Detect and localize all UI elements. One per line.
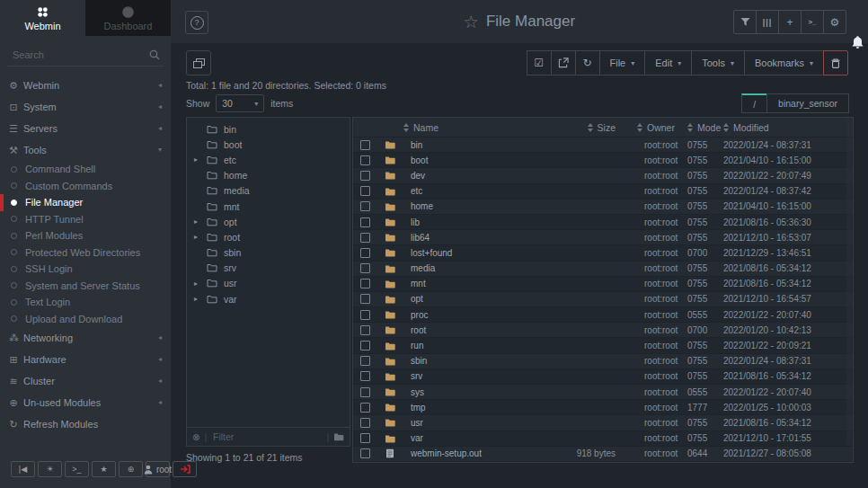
sidebar-category-cluster[interactable]: ≋ Cluster ◂ bbox=[0, 370, 171, 392]
sidebar-item-text-login[interactable]: Text Login bbox=[0, 294, 171, 311]
theme-toggle-button[interactable]: ☀ bbox=[38, 461, 62, 477]
row-checkbox[interactable] bbox=[353, 263, 376, 273]
cell-name[interactable]: sys bbox=[403, 387, 551, 397]
cell-name[interactable]: etc bbox=[403, 186, 551, 196]
sidebar-item-http-tunnel[interactable]: HTTP Tunnel bbox=[0, 211, 171, 228]
table-row-opt[interactable]: opt root:root 0755 2021/12/10 - 16:54:57 bbox=[353, 292, 853, 307]
table-row-sbin[interactable]: sbin root:root 0755 2022/01/24 - 08:37:3… bbox=[353, 354, 853, 369]
row-checkbox[interactable] bbox=[353, 448, 376, 458]
new-tab-button[interactable]: + bbox=[778, 10, 802, 34]
table-row-proc[interactable]: proc root:root 0555 2022/01/22 - 20:07:4… bbox=[353, 307, 853, 323]
row-checkbox[interactable] bbox=[353, 403, 376, 413]
column-header-modified[interactable]: Modified bbox=[718, 122, 853, 133]
cell-name[interactable]: tmp bbox=[403, 403, 551, 413]
terminal-button[interactable]: >_ bbox=[801, 10, 824, 34]
table-row-root[interactable]: root root:root 0700 2022/01/20 - 10:42:1… bbox=[353, 323, 853, 338]
tab-dashboard[interactable]: Dashboard bbox=[85, 0, 171, 36]
sidebar-item-file-manager[interactable]: File Manager bbox=[0, 194, 171, 211]
breadcrumb-binary_sensor[interactable]: binary_sensor bbox=[766, 93, 849, 113]
favorites-button[interactable]: ★ bbox=[92, 461, 116, 477]
expand-caret-icon[interactable]: ▸ bbox=[187, 295, 207, 303]
table-row-usr[interactable]: usr root:root 0755 2021/08/16 - 05:34:12 bbox=[353, 415, 853, 430]
cell-name[interactable]: bin bbox=[403, 140, 551, 150]
table-scrollbar[interactable] bbox=[846, 118, 852, 445]
row-checkbox[interactable] bbox=[353, 171, 376, 181]
expand-caret-icon[interactable]: ▸ bbox=[187, 155, 207, 164]
sidebar-category-servers[interactable]: ☰ Servers ◂ bbox=[0, 118, 171, 139]
paste-buffer-button[interactable] bbox=[186, 50, 211, 75]
cell-name[interactable]: dev bbox=[403, 171, 551, 181]
sidebar-category-tools[interactable]: ⚒ Tools ▾ bbox=[0, 139, 171, 161]
sidebar-category-hardware[interactable]: ⊞ Hardware ◂ bbox=[0, 349, 171, 370]
shell-button[interactable]: >_ bbox=[65, 461, 89, 477]
sidebar-item-protected-web-directories[interactable]: Protected Web Directories bbox=[0, 244, 171, 262]
table-row-mnt[interactable]: mnt root:root 0755 2021/08/16 - 05:34:12 bbox=[353, 277, 853, 292]
tree-item-bin[interactable]: bin bbox=[187, 121, 350, 137]
tools-menu-button[interactable]: Tools ▾ bbox=[691, 50, 745, 75]
cell-name[interactable]: srv bbox=[403, 371, 551, 381]
breadcrumb-root[interactable]: / bbox=[741, 93, 767, 113]
sidebar-category-system[interactable]: ⊡ System ◂ bbox=[0, 96, 171, 118]
tree-item-mnt[interactable]: mnt bbox=[187, 199, 350, 214]
row-checkbox[interactable] bbox=[353, 140, 376, 150]
cell-name[interactable]: media bbox=[403, 263, 551, 273]
user-button[interactable]: root bbox=[146, 461, 170, 477]
row-checkbox[interactable] bbox=[353, 387, 376, 397]
bookmarks-menu-button[interactable]: Bookmarks ▾ bbox=[744, 50, 824, 75]
sidebar-category-webmin[interactable]: ⚙ Webmin ◂ bbox=[0, 75, 171, 96]
table-row-etc[interactable]: etc root:root 0755 2022/01/24 - 08:37:42 bbox=[353, 184, 853, 200]
sidebar-item-perl-modules[interactable]: Perl Modules bbox=[0, 227, 171, 244]
sidebar-category-networking[interactable]: ⁂ Networking ◂ bbox=[0, 327, 171, 349]
table-row-home[interactable]: home root:root 0755 2021/04/10 - 16:15:0… bbox=[353, 200, 853, 215]
share-button[interactable] bbox=[551, 50, 576, 75]
expand-caret-icon[interactable]: ▸ bbox=[187, 233, 207, 241]
tree-item-media[interactable]: media bbox=[187, 183, 350, 199]
tree-item-boot[interactable]: boot bbox=[187, 137, 350, 152]
cell-name[interactable]: webmin-setup.out bbox=[403, 448, 551, 458]
cell-name[interactable]: boot bbox=[403, 155, 551, 165]
expand-caret-icon[interactable]: ▸ bbox=[187, 217, 207, 226]
row-checkbox[interactable] bbox=[353, 186, 376, 196]
select-all-button[interactable]: ☑ bbox=[527, 50, 552, 75]
table-row-lib64[interactable]: lib64 root:root 0755 2021/12/10 - 16:53:… bbox=[353, 230, 853, 245]
tree-item-opt[interactable]: ▸ opt bbox=[187, 214, 350, 229]
column-header-mode[interactable]: Mode bbox=[677, 122, 718, 133]
column-header-owner[interactable]: Owner bbox=[623, 122, 677, 133]
row-checkbox[interactable] bbox=[353, 294, 376, 304]
locale-button[interactable]: ⊛ bbox=[119, 461, 143, 477]
cell-name[interactable]: lib bbox=[403, 217, 551, 227]
cell-name[interactable]: root bbox=[403, 325, 551, 335]
table-row-sys[interactable]: sys root:root 0555 2022/01/22 - 20:07:40 bbox=[353, 385, 853, 400]
tree-item-sbin[interactable]: sbin bbox=[187, 245, 350, 261]
cell-name[interactable]: usr bbox=[403, 418, 551, 428]
cell-name[interactable]: mnt bbox=[403, 279, 551, 288]
favorite-star-icon[interactable]: ☆ bbox=[464, 12, 479, 32]
row-checkbox[interactable] bbox=[353, 341, 376, 350]
search-input[interactable] bbox=[11, 49, 144, 61]
cell-name[interactable]: var bbox=[403, 433, 551, 443]
items-per-page-select[interactable]: 30 ▾ bbox=[216, 94, 264, 112]
row-checkbox[interactable] bbox=[353, 418, 376, 428]
tree-item-var[interactable]: ▸ var bbox=[187, 291, 350, 306]
folder-toggle-icon[interactable] bbox=[333, 432, 344, 441]
refresh-button[interactable]: ↻ bbox=[575, 50, 600, 75]
row-checkbox[interactable] bbox=[353, 371, 376, 381]
edit-menu-button[interactable]: Edit ▾ bbox=[644, 50, 692, 75]
row-checkbox[interactable] bbox=[353, 310, 376, 320]
row-checkbox[interactable] bbox=[353, 325, 376, 335]
tree-item-etc[interactable]: ▸ etc bbox=[187, 152, 350, 167]
column-header-name[interactable]: Name bbox=[403, 122, 551, 133]
column-header-size[interactable]: Size bbox=[551, 122, 623, 133]
table-row-bin[interactable]: bin root:root 0755 2022/01/24 - 08:37:31 bbox=[353, 138, 853, 153]
table-row-dev[interactable]: dev root:root 0755 2022/01/22 - 20:07:49 bbox=[353, 168, 853, 183]
cell-name[interactable]: run bbox=[403, 341, 551, 350]
sidebar-item-ssh-login[interactable]: SSH Login bbox=[0, 261, 171, 278]
tab-webmin[interactable]: Webmin bbox=[0, 0, 85, 36]
table-row-lib[interactable]: lib root:root 0755 2021/08/16 - 05:36:30 bbox=[353, 215, 853, 230]
row-checkbox[interactable] bbox=[353, 248, 376, 258]
sidebar-item-upload-and-download[interactable]: Upload and Download bbox=[0, 311, 171, 328]
tree-item-usr[interactable]: ▸ usr bbox=[187, 276, 350, 291]
cell-name[interactable]: sbin bbox=[403, 356, 551, 366]
filter-button[interactable] bbox=[733, 10, 757, 34]
notifications-bell-icon[interactable] bbox=[850, 35, 865, 51]
